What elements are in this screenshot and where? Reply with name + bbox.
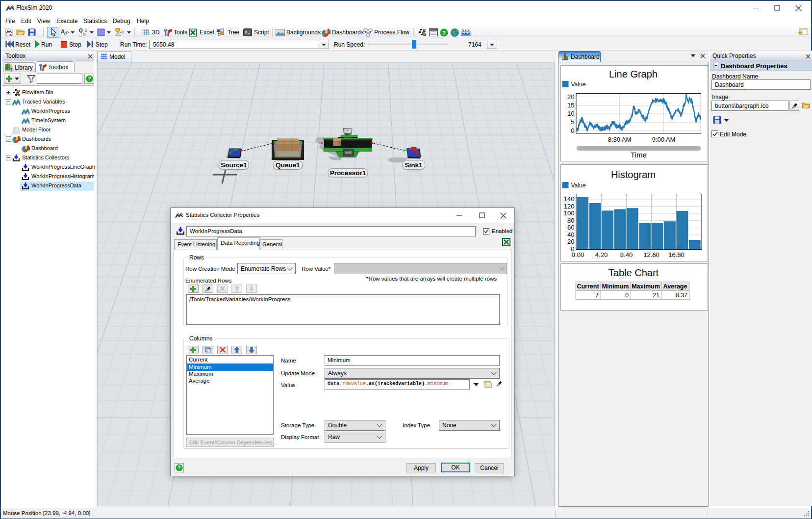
svg-text:15: 15 bbox=[567, 102, 574, 109]
svg-text:Value: Value bbox=[571, 81, 586, 88]
svg-text:0: 0 bbox=[625, 292, 629, 299]
svg-text:Current: Current bbox=[577, 283, 599, 290]
svg-text:Sink1: Sink1 bbox=[405, 161, 423, 169]
svg-text:0.00: 0.00 bbox=[572, 251, 584, 259]
svg-text:?: ? bbox=[442, 30, 446, 36]
svg-text:Histogram: Histogram bbox=[611, 169, 656, 180]
svg-text:5: 5 bbox=[571, 118, 574, 126]
svg-text:80: 80 bbox=[567, 217, 574, 224]
svg-text:20: 20 bbox=[567, 238, 574, 245]
svg-text:Line Graph: Line Graph bbox=[609, 69, 658, 79]
svg-text:Processor1: Processor1 bbox=[330, 169, 366, 177]
svg-text:12.60: 12.60 bbox=[643, 251, 660, 259]
svg-text:?: ? bbox=[88, 76, 91, 81]
svg-text:Queue1: Queue1 bbox=[276, 161, 300, 169]
svg-text:60: 60 bbox=[567, 224, 574, 231]
svg-text:?: ? bbox=[178, 465, 180, 470]
svg-text:Maximum: Maximum bbox=[632, 283, 660, 290]
svg-text:4.20: 4.20 bbox=[595, 251, 608, 259]
svg-text:20: 20 bbox=[567, 93, 574, 101]
svg-text:Source1: Source1 bbox=[221, 161, 247, 169]
svg-text:21: 21 bbox=[653, 292, 660, 299]
svg-text:0: 0 bbox=[571, 127, 574, 134]
svg-text:100: 100 bbox=[564, 209, 575, 217]
svg-text:Time: Time bbox=[631, 151, 647, 159]
svg-text:140: 140 bbox=[564, 195, 575, 203]
svg-text:Value: Value bbox=[571, 182, 586, 189]
svg-text:Average: Average bbox=[663, 283, 687, 290]
svg-text:40: 40 bbox=[567, 231, 574, 238]
svg-text:Table Chart: Table Chart bbox=[609, 267, 659, 278]
svg-text:120: 120 bbox=[564, 203, 575, 210]
svg-text:7: 7 bbox=[595, 292, 599, 299]
svg-text:⬚: ⬚ bbox=[79, 33, 83, 37]
svg-text:10: 10 bbox=[567, 110, 574, 117]
svg-text:8.40: 8.40 bbox=[620, 251, 633, 259]
svg-text:Minimum: Minimum bbox=[602, 283, 629, 290]
svg-text:8:30 AM: 8:30 AM bbox=[608, 136, 632, 143]
svg-text:16.80: 16.80 bbox=[668, 251, 685, 259]
svg-text:9:00 AM: 9:00 AM bbox=[652, 136, 676, 143]
svg-text:8.37: 8.37 bbox=[676, 292, 687, 299]
